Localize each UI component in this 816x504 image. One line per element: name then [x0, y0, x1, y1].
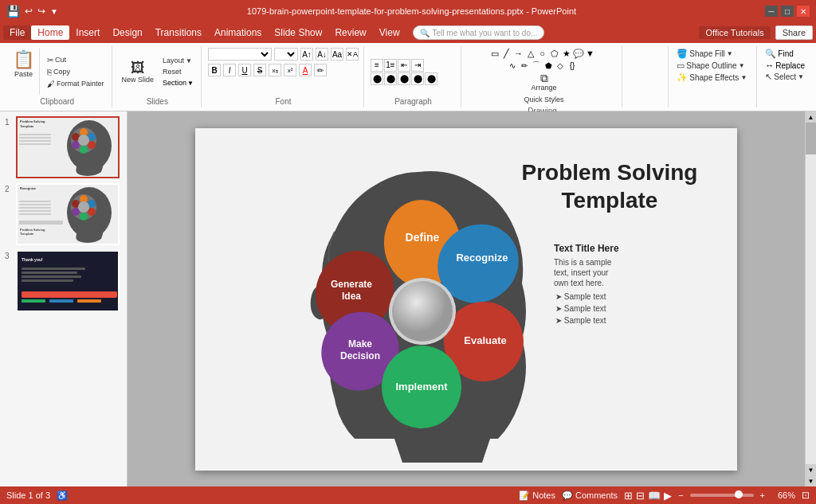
zoom-out-button[interactable]: − [678, 490, 683, 500]
shape-callout-icon[interactable]: 💬 [573, 48, 584, 59]
shape-rect-icon[interactable]: ▭ [489, 48, 500, 59]
normal-view-button[interactable]: ⊞ [624, 490, 633, 502]
slide-image-3[interactable]: Thank you! [16, 250, 120, 312]
replace-button[interactable]: ↔ Replace [762, 60, 808, 71]
menu-review[interactable]: Review [328, 25, 372, 40]
minimize-button[interactable]: ─ [765, 6, 778, 17]
align-center-button[interactable]: ⬤ [384, 72, 397, 85]
shape-star-icon[interactable]: ★ [561, 48, 572, 59]
undo-icon[interactable]: ↩ [25, 6, 33, 17]
align-right-button[interactable]: ⬤ [398, 72, 410, 85]
menu-view[interactable]: View [373, 25, 406, 40]
format-painter-button[interactable]: 🖌Format Painter [45, 79, 107, 89]
shape-block-icon[interactable]: ⬟ [543, 60, 554, 71]
scroll-thumb[interactable] [806, 123, 816, 154]
font-name-select[interactable] [208, 48, 272, 61]
slide-image-1[interactable]: Problem Solving Template [16, 116, 120, 178]
customize-icon[interactable]: ▼ [50, 7, 58, 16]
new-slide-button[interactable]: 🖼 New Slide [119, 59, 158, 85]
notes-button[interactable]: 📝 Notes [519, 490, 555, 501]
increase-font-button[interactable]: A↑ [300, 48, 313, 61]
menu-design[interactable]: Design [106, 25, 148, 40]
bold-button[interactable]: B [208, 64, 221, 76]
increase-indent-button[interactable]: ⇥ [411, 59, 424, 72]
shape-arrow-icon[interactable]: → [513, 48, 524, 59]
vertical-scrollbar[interactable]: ▲ ▼ ▼ [805, 111, 816, 486]
reset-button[interactable]: Reset [160, 67, 196, 76]
strikethrough-button[interactable]: S [253, 64, 266, 76]
tell-me-bar[interactable]: 🔍 Tell me what you want to do... [413, 25, 545, 40]
layout-button[interactable]: Layout▼ [160, 56, 196, 65]
copy-button[interactable]: ⎘Copy [45, 67, 107, 77]
numbering-button[interactable]: 1≡ [384, 59, 397, 72]
columns-button[interactable]: ⬤ [425, 72, 437, 85]
arrange-button[interactable]: ⧉ Arrange [528, 71, 560, 93]
cut-button[interactable]: ✂Cut [45, 55, 107, 65]
find-button[interactable]: 🔍 Find [762, 48, 808, 60]
zoom-level[interactable]: 66% [771, 490, 795, 500]
scroll-next-button[interactable]: ▼ [806, 475, 816, 486]
menu-file[interactable]: File [3, 25, 31, 40]
quick-styles-button[interactable]: Quick Styles [521, 94, 567, 105]
decrease-indent-button[interactable]: ⇤ [398, 59, 410, 72]
shape-flow-icon[interactable]: ◇ [555, 60, 566, 71]
slide-thumb-1[interactable]: 1 [5, 116, 122, 178]
shape-circle-icon[interactable]: ○ [537, 48, 548, 59]
menu-bar: File Home Insert Design Transitions Anim… [0, 22, 816, 43]
comments-button[interactable]: 💬 Comments [562, 490, 618, 501]
menu-insert[interactable]: Insert [69, 25, 106, 40]
maximize-button[interactable]: □ [781, 6, 794, 17]
scroll-down-button[interactable]: ▼ [806, 464, 816, 475]
underline-button[interactable]: U [238, 64, 251, 76]
shape-pentagon-icon[interactable]: ⬠ [549, 48, 560, 59]
slide-image-2[interactable]: Recognize Problem Solving Template [16, 183, 120, 245]
shape-connector-icon[interactable]: ⌒ [531, 60, 542, 71]
shape-freeform-icon[interactable]: ✏ [519, 60, 530, 71]
font-color-button[interactable]: A [299, 64, 312, 76]
shape-curve-icon[interactable]: ∿ [507, 60, 518, 71]
align-left-button[interactable]: ⬤ [371, 72, 383, 85]
menu-transitions[interactable]: Transitions [149, 25, 208, 40]
shape-effects-button[interactable]: ✨ Shape Effects ▼ [673, 72, 750, 84]
font-size-select[interactable] [274, 48, 298, 61]
subscript-button[interactable]: x₂ [269, 64, 281, 76]
slide-sorter-button[interactable]: ⊟ [636, 490, 645, 502]
scroll-track[interactable] [806, 123, 816, 464]
slideshow-button[interactable]: ▶ [664, 490, 672, 502]
zoom-slider[interactable] [690, 494, 754, 497]
fit-slide-button[interactable]: ⊡ [802, 490, 810, 501]
shape-line-icon[interactable]: ╱ [501, 48, 512, 59]
save-icon[interactable]: 💾 [6, 5, 20, 18]
superscript-button[interactable]: x² [284, 64, 296, 76]
accessibility-icon[interactable]: ♿ [57, 490, 68, 501]
menu-home[interactable]: Home [31, 25, 69, 40]
scroll-up-button[interactable]: ▲ [806, 111, 816, 123]
justify-button[interactable]: ⬤ [411, 72, 424, 85]
slide-thumb-3[interactable]: 3 Thank you! [5, 250, 122, 312]
shapes-more-icon[interactable]: ▼ [585, 48, 596, 59]
slide-canvas[interactable]: Define Recognize Generate Idea Evaluate … [195, 128, 737, 471]
menu-slideshow[interactable]: Slide Show [268, 25, 328, 40]
italic-button[interactable]: I [223, 64, 236, 76]
text-highlight-button[interactable]: ✏ [314, 64, 327, 76]
reading-view-button[interactable]: 📖 [648, 490, 661, 502]
shape-outline-button[interactable]: ▭ Shape Outline ▼ [673, 60, 750, 72]
shape-equation-icon[interactable]: {} [567, 60, 578, 71]
shape-fill-button[interactable]: 🪣 Shape Fill ▼ [673, 48, 750, 60]
bullets-button[interactable]: ≡ [371, 59, 383, 72]
select-button[interactable]: ↖ Select ▼ [762, 71, 808, 83]
share-button[interactable]: Share [775, 25, 813, 40]
redo-icon[interactable]: ↪ [37, 6, 45, 17]
close-button[interactable]: ✕ [797, 6, 810, 17]
slide-thumb-2[interactable]: 2 Recognize [5, 183, 122, 245]
change-case-button[interactable]: Aa [331, 48, 343, 61]
clear-format-button[interactable]: ✕A [346, 48, 359, 61]
menu-animations[interactable]: Animations [208, 25, 268, 40]
shape-triangle-icon[interactable]: △ [525, 48, 536, 59]
paste-button[interactable]: 📋 Paste [8, 48, 40, 96]
section-button[interactable]: Section▼ [160, 78, 196, 88]
office-tutorials-button[interactable]: Office Tutorials [699, 26, 770, 39]
zoom-in-button[interactable]: + [760, 490, 765, 500]
comments-icon: 💬 [562, 490, 573, 501]
decrease-font-button[interactable]: A↓ [316, 48, 328, 61]
